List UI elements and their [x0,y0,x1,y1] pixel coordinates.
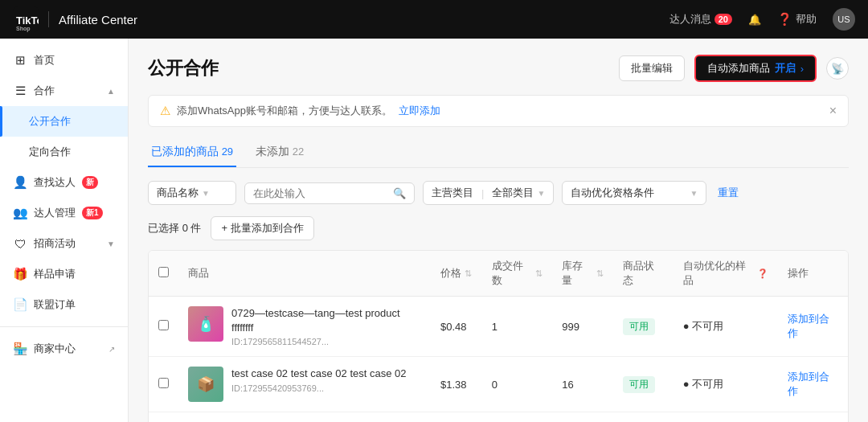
row2-auto-label: 不可用 [692,378,723,390]
nav-right: 达人消息 20 🔔 ❓ 帮助 US [669,8,855,31]
user-avatar[interactable]: US [833,8,855,31]
orders-sort-icon[interactable]: ⇅ [535,268,542,279]
row2-auto-dot: ● [683,378,692,390]
sidebar-item-label: 招商活动 [34,236,76,251]
sidebar-item-cooperation[interactable]: ☰ 合作 ▲ [0,76,128,106]
product-name-input-wrapper: 🔍 [244,182,415,204]
select-all-checkbox[interactable] [158,267,169,277]
th-product: 商品 [178,251,431,297]
stock-sort-icon[interactable]: ⇅ [596,268,604,279]
chevron-down-icon: ▼ [107,240,115,248]
row1-orders: 1 [482,297,553,357]
row1-checkbox-cell [149,297,178,357]
row1-checkbox[interactable] [158,320,169,330]
products-table-wrapper: 商品 价格 ⇅ 成交件数 ⇅ [148,250,849,422]
sidebar-item-label: 联盟订单 [34,297,76,312]
page-title: 公开合作 [148,56,219,80]
batch-edit-button[interactable]: 批量编辑 [619,55,685,81]
th-orders: 成交件数 ⇅ [482,251,553,297]
row2-add-link[interactable]: 添加到合作 [788,371,829,397]
selected-label: 已选择 0 件 [148,221,201,236]
row2-checkbox[interactable] [158,378,169,388]
category-filter[interactable]: 主营类目 | 全部类目 ▼ [423,181,554,205]
row1-price: $0.48 [431,297,482,357]
alert-link[interactable]: 立即添加 [399,104,440,118]
find-talent-badge: 新 [82,176,98,189]
th-auto: 自动优化的样品 ❓ [674,251,778,297]
info-icon-button[interactable]: 📡 [826,57,849,80]
user-label: US [837,14,850,24]
alert-banner: ⚠ 添加WhatsApp账号和邮箱，方便与达人联系。 立即添加 × [148,95,849,127]
orders-icon: 📄 [13,297,27,312]
row1-stock: 999 [552,297,612,357]
sidebar-item-orders[interactable]: 📄 联盟订单 [0,289,128,320]
alert-close-icon[interactable]: × [829,104,837,118]
bell-btn[interactable]: 🔔 [748,14,761,26]
tab-added[interactable]: 已添加的商品 29 [148,138,236,167]
row2-stock: 16 [552,357,612,412]
selected-count: 0 件 [182,222,202,234]
sidebar-item-merchant[interactable]: 🏪 商家中心 ↗ [0,334,128,364]
auto-add-chevron: › [800,63,804,75]
samples-icon: 🎁 [13,267,27,281]
tab-not-added[interactable]: 未添加 22 [252,138,307,167]
selected-label-text: 已选择 [148,222,179,234]
sidebar-item-label: 商家中心 [34,342,76,356]
product-name-filter-label: 商品名称 [157,186,199,200]
sidebar-item-label: 首页 [34,53,55,68]
table-row: 📦 test case 02 test case 02 test case 02… [149,357,848,412]
help-btn[interactable]: ❓ 帮助 [777,12,817,27]
row2-product-id: ID:172955420953769... [231,383,407,393]
svg-text:Shop: Shop [16,26,31,32]
nav-divider [48,11,49,27]
row3-action: 添加到合作 [778,412,848,422]
logo[interactable]: TikTok Shop [13,6,39,32]
notification-msg[interactable]: 达人消息 20 [669,12,732,27]
sidebar-item-samples[interactable]: 🎁 样品申请 [0,259,128,289]
row1-add-link[interactable]: 添加到合作 [788,313,829,339]
auto-optimize-label: 自动优化资格条件 [571,186,654,200]
sidebar-item-recruit[interactable]: 🛡 招商活动 ▼ [0,228,128,259]
auto-help-icon[interactable]: ❓ [757,268,768,279]
auto-optimize-filter[interactable]: 自动优化资格条件 ▼ [562,181,706,205]
th-stock: 库存量 ⇅ [552,251,612,297]
sidebar-item-find-talent[interactable]: 👤 查找达人 新 [0,167,128,198]
row2-status: 可用 [613,357,674,412]
tab-added-label: 已添加的商品 [151,145,219,158]
row2-action: 添加到合作 [778,357,848,412]
talent-mgmt-icon: 👥 [13,206,27,220]
row1-auto-label: 不可用 [692,320,723,332]
sidebar-item-home[interactable]: ⊞ 首页 [0,45,128,76]
selected-row: 已选择 0 件 + 批量添加到合作 [148,216,849,240]
batch-add-button[interactable]: + 批量添加到合作 [211,216,313,240]
row2-status-badge: 可用 [623,376,655,393]
table-header-row: 商品 价格 ⇅ 成交件数 ⇅ [149,251,848,297]
tab-not-added-label: 未添加 [256,145,289,158]
th-action: 操作 [778,251,848,297]
sidebar-item-public-coop[interactable]: 公开合作 [0,106,128,137]
row1-auto-dot: ● [683,320,692,332]
tabs-row: 已添加的商品 29 未添加 22 [148,138,849,168]
category-filter-value: 全部类目 [492,186,534,200]
table-row: 🎁 astro data factory product created by.… [149,412,848,422]
th-status: 商品状态 [613,251,674,297]
reset-button[interactable]: 重置 [718,186,739,200]
row2-checkbox-cell [149,357,178,412]
chevron-up-icon: ▲ [107,87,115,96]
sidebar-item-label: 样品申请 [34,267,76,281]
sidebar-item-targeted-coop[interactable]: 定向合作 [0,137,128,167]
price-sort-icon[interactable]: ⇅ [465,268,472,279]
alert-warning-icon: ⚠ [160,104,170,118]
header-actions: 批量编辑 自动添加商品 开启 › 📡 [619,55,849,82]
auto-add-button[interactable]: 自动添加商品 开启 › [694,55,817,82]
products-table: 商品 价格 ⇅ 成交件数 ⇅ [149,251,848,422]
sidebar-item-talent-mgmt[interactable]: 👥 达人管理 新1 [0,198,128,228]
row3-auto: ● 不可用 [674,412,778,422]
row2-price: $1.38 [431,357,482,412]
help-label: 帮助 [796,12,817,27]
auto-optimize-dropdown-icon: ▼ [690,189,698,198]
product-name-input[interactable] [253,187,388,199]
home-icon: ⊞ [13,53,27,68]
product-name-filter[interactable]: 商品名称 ▼ [148,181,236,205]
auto-add-open: 开启 [775,61,796,76]
